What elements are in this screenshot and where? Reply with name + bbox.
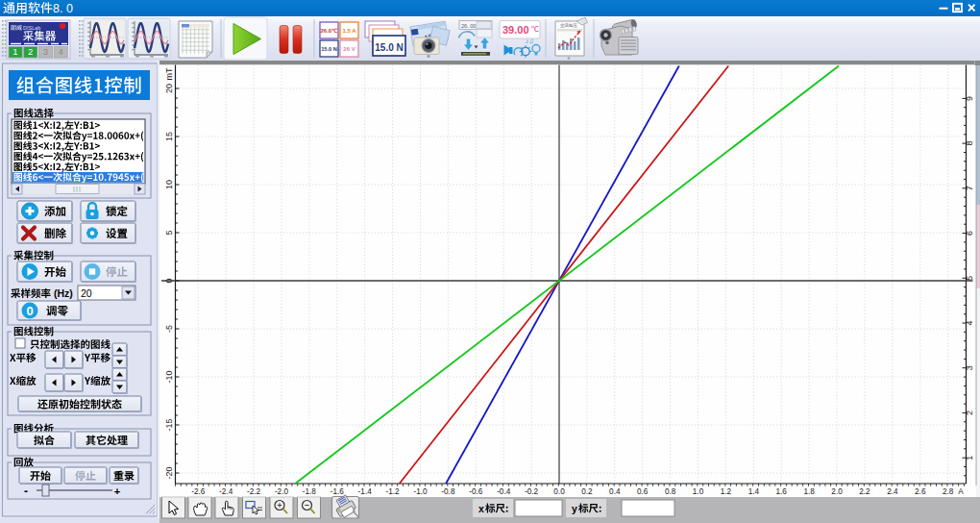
svg-text:26. 00: 26. 00 xyxy=(461,23,476,29)
svg-text:3: 3 xyxy=(43,46,48,57)
svg-text:10: 10 xyxy=(164,180,174,189)
svg-text:y: y xyxy=(572,503,577,514)
svg-text:8: 8 xyxy=(965,141,974,146)
svg-text:2.2: 2.2 xyxy=(859,487,870,496)
svg-text:2.8: 2.8 xyxy=(943,487,954,496)
svg-text:-1.6: -1.6 xyxy=(331,487,345,496)
svg-text:1.2: 1.2 xyxy=(721,487,732,496)
svg-text:2.4: 2.4 xyxy=(887,487,898,496)
svg-text:5: 5 xyxy=(164,230,174,235)
svg-text:-1.8: -1.8 xyxy=(303,487,317,496)
svg-text:-5: -5 xyxy=(164,325,174,333)
svg-text:2: 2 xyxy=(28,46,33,57)
svg-text:6: 6 xyxy=(965,231,974,236)
svg-text:1: 1 xyxy=(965,456,974,461)
svg-text:-0.6: -0.6 xyxy=(469,487,483,496)
svg-text:4: 4 xyxy=(58,46,62,57)
svg-text:0.2: 0.2 xyxy=(581,487,593,496)
svg-text:8. 0: 8. 0 xyxy=(53,2,73,15)
svg-text:20: 20 xyxy=(164,84,174,93)
svg-text:-1.0: -1.0 xyxy=(413,487,428,496)
svg-text:-: - xyxy=(24,485,28,498)
svg-text:-2.2: -2.2 xyxy=(247,487,261,496)
svg-text:mT: mT xyxy=(164,67,174,80)
svg-text:0.4: 0.4 xyxy=(609,487,621,496)
svg-text:-1.4: -1.4 xyxy=(358,487,373,496)
svg-text:-0.2: -0.2 xyxy=(525,487,539,496)
svg-text:A: A xyxy=(958,487,964,496)
svg-text:15.0 N: 15.0 N xyxy=(375,42,403,53)
svg-text:+: + xyxy=(114,486,120,497)
svg-text:-2.4: -2.4 xyxy=(219,487,233,496)
svg-text:-15: -15 xyxy=(164,418,174,431)
svg-text:0.6: 0.6 xyxy=(637,487,649,496)
svg-text:x: x xyxy=(478,503,484,514)
svg-text:15.0 N: 15.0 N xyxy=(321,46,336,52)
svg-text:3: 3 xyxy=(965,365,974,370)
svg-text:0: 0 xyxy=(164,278,174,283)
svg-text:0: 0 xyxy=(26,304,33,318)
svg-text:1.8: 1.8 xyxy=(803,487,815,496)
svg-text:-20: -20 xyxy=(164,466,174,479)
svg-text:26.0℃: 26.0℃ xyxy=(321,28,338,34)
svg-text:1.6: 1.6 xyxy=(776,487,788,496)
svg-text:-0.4: -0.4 xyxy=(497,487,511,496)
svg-text:1.0: 1.0 xyxy=(693,487,704,496)
svg-text:DISLab: DISLab xyxy=(23,25,40,31)
svg-text:2: 2 xyxy=(965,411,974,415)
svg-text:-1.2: -1.2 xyxy=(386,487,401,496)
svg-text:-2.0: -2.0 xyxy=(275,487,289,496)
svg-text:1.5 A: 1.5 A xyxy=(342,28,356,34)
svg-text:-0.8: -0.8 xyxy=(441,487,455,496)
svg-text:26 V: 26 V xyxy=(343,46,355,52)
svg-text:交流电压: 交流电压 xyxy=(560,22,578,28)
svg-text:1: 1 xyxy=(12,46,17,57)
svg-text:39.00: 39.00 xyxy=(502,24,529,36)
svg-text:5: 5 xyxy=(965,276,974,281)
svg-text:1.4: 1.4 xyxy=(748,487,760,496)
svg-text:2.6: 2.6 xyxy=(915,487,926,496)
svg-text:♪♫: ♪♫ xyxy=(526,37,534,44)
svg-text:20: 20 xyxy=(81,287,92,299)
svg-text:2.0: 2.0 xyxy=(831,487,843,496)
svg-text:4: 4 xyxy=(965,320,974,325)
svg-text:15: 15 xyxy=(164,132,174,141)
svg-text:0.0: 0.0 xyxy=(553,487,565,496)
svg-text:7: 7 xyxy=(965,186,974,190)
svg-text:0.8: 0.8 xyxy=(665,487,676,496)
svg-text:(Hz): (Hz) xyxy=(54,287,73,299)
svg-text:-2.6: -2.6 xyxy=(191,487,206,496)
svg-text:-10: -10 xyxy=(164,370,174,383)
svg-text:9: 9 xyxy=(965,96,974,101)
